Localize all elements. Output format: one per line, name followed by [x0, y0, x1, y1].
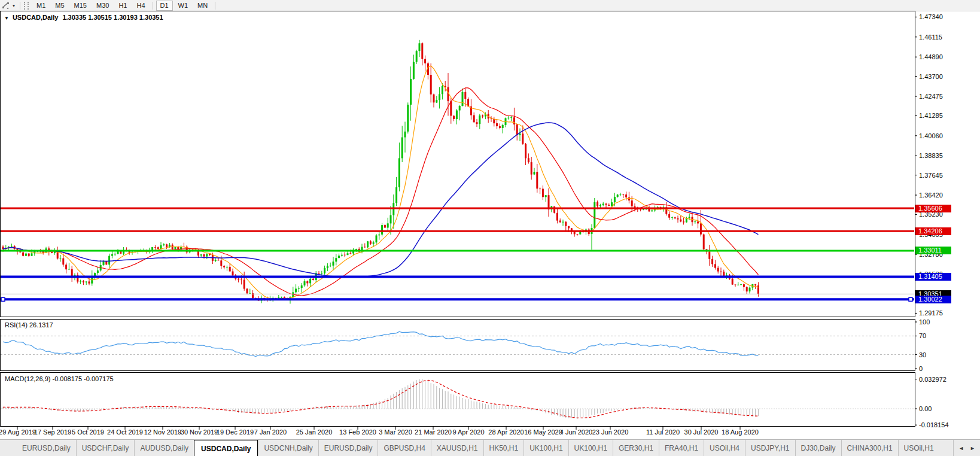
rsi-axis-label: 100	[919, 318, 930, 326]
chart-tab-eurusd-daily[interactable]: EURUSD,Daily	[318, 440, 378, 456]
macd-indicator-label: MACD(12,26,9) -0.008175 -0.007175	[5, 375, 114, 382]
chart-tab-usdchf-daily[interactable]: USDCHF,Daily	[76, 440, 135, 456]
price-axis-label: 1.46115	[919, 34, 942, 41]
chart-tab-usdcad-daily[interactable]: USDCAD,Daily	[194, 440, 258, 456]
price-badge-1.33011: 1.33011	[915, 247, 951, 254]
macd-axis-label: 0.00	[919, 405, 932, 412]
chart-canvas[interactable]	[0, 0, 980, 456]
main-pane-border	[1, 11, 915, 317]
price-axis-label: 1.40060	[919, 132, 943, 139]
chart-tab-china300-h1[interactable]: CHINA300,H1	[841, 440, 898, 456]
rsi-indicator-label: RSI(14) 26.1317	[5, 321, 53, 329]
macd-axis-label: -0.018154	[919, 421, 949, 428]
macd-pane-border	[1, 373, 915, 427]
price-axis-label: 1.37645	[919, 172, 943, 179]
chart-tab-gbpusd-h4[interactable]: GBPUSD,H4	[378, 440, 430, 456]
rsi-line	[3, 332, 758, 356]
tab-scroll-arrows: ◄ ►	[953, 440, 980, 456]
date-axis-label: 23 Jun 2020	[589, 428, 632, 436]
date-axis-label: 3 Mar 2020	[374, 428, 417, 436]
chart-tab-ger30-h1[interactable]: GER30,H1	[613, 440, 659, 456]
date-axis-label: 18 Aug 2020	[719, 428, 762, 436]
tab-scroll-left-icon[interactable]: ◄	[958, 445, 964, 451]
date-axis-label: 24 Oct 2019	[104, 428, 147, 436]
price-axis-label: 1.36420	[919, 191, 943, 199]
price-axis-label: 1.42475	[919, 93, 943, 100]
date-axis-label: 11 Jul 2020	[641, 428, 684, 436]
date-axis-label: 30 Jul 2020	[680, 428, 723, 436]
hline-handle[interactable]	[909, 297, 912, 301]
ma-line-55	[3, 123, 758, 277]
chart-tab-uk100-h1[interactable]: UK100,H1	[568, 440, 613, 456]
chart-tab-usdjpy-h1[interactable]: USDJPY,H1	[745, 440, 795, 456]
tab-scroll-right-icon[interactable]: ►	[970, 445, 975, 451]
tab-bar-padding	[0, 440, 17, 456]
date-axis-label: 25 Jan 2020	[293, 428, 336, 436]
price-axis-label: 1.44890	[919, 53, 943, 60]
chart-tab-eurusd-daily[interactable]: EURUSD,Daily	[17, 440, 76, 456]
price-axis-label: 1.29175	[919, 309, 943, 317]
date-axis-label: 9 Apr 2020	[447, 428, 490, 436]
chart-ohlc-values: 1.30335 1.30515 1.30193 1.30351	[62, 14, 163, 21]
price-axis-label: 1.38835	[919, 152, 943, 159]
price-axis-label: 1.43700	[919, 73, 943, 80]
ma-line-8	[3, 66, 758, 299]
date-axis-label: 7 Jan 2020	[249, 428, 292, 436]
terminal-window: ▾ M1M5M15M30H1H4D1W1MN ▼USDCAD,Daily 1.3…	[0, 0, 980, 456]
price-badge-1.35606: 1.35606	[915, 205, 951, 212]
hline-handle[interactable]	[1, 297, 5, 301]
collapse-triangle-icon[interactable]: ▼	[4, 16, 9, 21]
rsi-axis-label: 70	[919, 332, 926, 339]
chart-tab-dj30-daily[interactable]: DJ30,Daily	[795, 440, 841, 456]
chart-tab-fra40-h1[interactable]: FRA40,H1	[659, 440, 704, 456]
price-badge-1.31405: 1.31405	[915, 273, 951, 281]
chart-tab-xauusd-h1[interactable]: XAUUSD,H1	[431, 440, 483, 456]
macd-histogram	[3, 379, 758, 419]
rsi-pane-border	[1, 320, 915, 371]
chart-tab-hk50-h1[interactable]: HK50,H1	[483, 440, 524, 456]
chart-symbol-label: USDCAD,Daily	[13, 14, 58, 21]
price-badge-1.34206: 1.34206	[915, 227, 951, 235]
chart-tab-bar: EURUSD,DailyUSDCHF,DailyAUDUSD,DailyUSDC…	[0, 439, 980, 456]
candles-layer	[2, 40, 759, 304]
tab-list: EURUSD,DailyUSDCHF,DailyAUDUSD,DailyUSDC…	[17, 440, 939, 456]
rsi-axis-label: 0	[919, 365, 923, 372]
price-badge-1.30022: 1.30022	[915, 296, 951, 303]
chart-tab-usdcnh-daily[interactable]: USDCNH,Daily	[258, 440, 318, 456]
price-axis-label: 1.41285	[919, 112, 943, 119]
date-axis-label: 13 Feb 2020	[336, 428, 379, 436]
chart-symbol-header: ▼USDCAD,Daily 1.30335 1.30515 1.30193 1.…	[4, 14, 163, 21]
macd-signal-line	[3, 380, 758, 418]
chart-tab-audusd-daily[interactable]: AUDUSD,Daily	[134, 440, 194, 456]
rsi-axis-label: 30	[919, 351, 926, 358]
ma-line-21	[3, 88, 758, 296]
price-axis-label: 1.47340	[919, 13, 943, 20]
macd-axis-label: 0.032972	[919, 376, 946, 383]
chart-tab-uk100-h1[interactable]: UK100,H1	[524, 440, 568, 456]
chart-tab-usoil-h1[interactable]: USOil,H1	[898, 440, 939, 456]
chart-tab-usoil-h4[interactable]: USOil,H4	[704, 440, 745, 456]
